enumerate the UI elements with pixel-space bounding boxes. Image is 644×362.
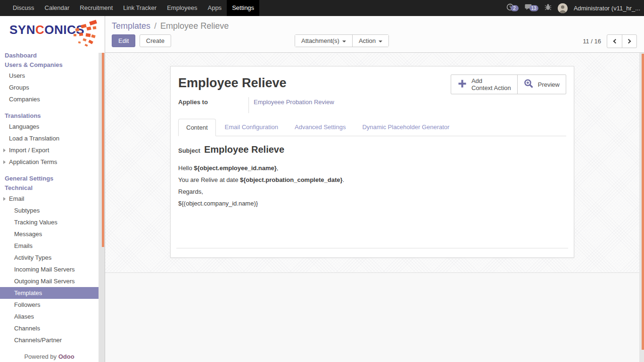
sidebar: SYNCONICS Dashboard Users & Companies Us <box>0 16 105 362</box>
subject-label: Subject <box>178 147 200 154</box>
chevron-left-icon <box>613 39 618 44</box>
sidebar-item-application-terms[interactable]: Application Terms <box>0 156 105 168</box>
attachment-action-group: Attachment(s) Action <box>295 34 389 47</box>
form-view-background: Employee Relieve AddContext Action Previ… <box>105 53 644 272</box>
sidebar-item-messages[interactable]: Messages <box>0 228 105 240</box>
logo-text-accent: C <box>35 23 44 37</box>
toolbar-buttons-row: Edit Create Attachment(s) Action 11 / 16 <box>112 34 644 48</box>
chevron-down-icon <box>379 41 382 42</box>
sidebar-item-users[interactable]: Users <box>0 70 105 82</box>
bug-icon <box>545 3 552 13</box>
pager-next-button[interactable] <box>622 35 636 48</box>
top-menu-link-tracker[interactable]: Link Tracker <box>118 0 162 16</box>
tab-content[interactable]: Content <box>178 119 216 136</box>
sidebar-item-load-translation[interactable]: Load a Translation <box>0 132 105 144</box>
sidebar-item-incoming-mail-servers[interactable]: Incoming Mail Servers <box>0 263 105 275</box>
sheet-divider <box>176 248 568 248</box>
expand-arrow-icon <box>3 160 6 164</box>
sidebar-item-import-export[interactable]: Import / Export <box>0 144 105 156</box>
sidebar-item-activity-types[interactable]: Activity Types <box>0 252 105 263</box>
preview-button[interactable]: Preview <box>517 75 566 94</box>
add-context-action-button[interactable]: AddContext Action <box>451 75 517 94</box>
body-line: Regards, <box>178 186 566 197</box>
sidebar-item-followers[interactable]: Followers <box>0 299 105 311</box>
main-scrollbar-thumb[interactable] <box>642 54 644 350</box>
sidebar-item-emails[interactable]: Emails <box>0 240 105 252</box>
pager-count: 11 / 16 <box>583 38 601 45</box>
sidebar-item-outgoing-mail-servers[interactable]: Outgoing Mail Servers <box>0 275 105 287</box>
pager-previous-button[interactable] <box>607 35 622 48</box>
applies-to-label: Applies to <box>178 97 248 113</box>
company-logo[interactable]: SYNCONICS <box>0 16 105 49</box>
edit-button[interactable]: Edit <box>112 34 135 47</box>
sidebar-item-languages[interactable]: Languages <box>0 121 105 132</box>
plus-icon <box>457 79 467 90</box>
notebook-tabs: Content Email Configuration Advanced Set… <box>178 119 566 136</box>
body-line: You are Relive at date ${object.probatio… <box>178 174 566 186</box>
create-button[interactable]: Create <box>140 34 171 47</box>
sidebar-item-general-settings[interactable]: General Settings <box>0 174 105 183</box>
below-sheet-area <box>105 272 644 362</box>
sidebar-item-aliases[interactable]: Aliases <box>0 311 105 322</box>
pager-buttons <box>607 34 637 48</box>
breadcrumb-separator: / <box>153 21 158 31</box>
messages-menu[interactable]: 13 <box>525 4 538 13</box>
chevron-down-icon <box>342 41 346 42</box>
sidebar-header-technical[interactable]: Technical <box>0 183 105 193</box>
systray: 2 13 Administrator (v11_hr_... <box>506 0 641 16</box>
subject-field: Subject Employee Relieve <box>178 144 566 155</box>
tab-email-configuration[interactable]: Email Configuration <box>217 119 286 136</box>
sidebar-item-subtypes[interactable]: Subtypes <box>0 205 105 216</box>
app-window: Discuss Calendar Recruitment Link Tracke… <box>0 0 644 362</box>
body-line: ${(object.company_id.name)} <box>178 197 566 209</box>
main-content: Templates / Employee Relieve Edit Create… <box>105 16 644 362</box>
activity-badge: 2 <box>511 5 519 11</box>
debug-menu[interactable] <box>545 3 552 13</box>
sidebar-menu: Dashboard Users & Companies Users Groups… <box>0 51 105 346</box>
sidebar-header-translations[interactable]: Translations <box>0 111 105 121</box>
sidebar-scrollbar-thumb[interactable] <box>102 53 104 247</box>
top-menu-recruitment[interactable]: Recruitment <box>74 0 118 16</box>
user-avatar[interactable] <box>558 3 568 13</box>
breadcrumb-templates-link[interactable]: Templates <box>112 21 150 31</box>
logo-swoosh <box>71 21 98 48</box>
pager: 11 / 16 <box>583 34 637 48</box>
powered-by-odoo[interactable]: Powered by Odoo <box>0 353 99 360</box>
expand-arrow-icon <box>3 148 6 152</box>
top-menu-discuss[interactable]: Discuss <box>8 0 40 16</box>
body-line: Hello ${object.employee_id.name}, <box>178 162 566 174</box>
zoom-preview-icon <box>524 79 534 90</box>
sidebar-item-channels[interactable]: Channels <box>0 322 105 334</box>
sidebar-header-users-companies[interactable]: Users & Companies <box>0 60 105 70</box>
top-menu-settings[interactable]: Settings <box>227 0 259 16</box>
applies-to-value-link[interactable]: Employeee Probation Review <box>248 97 334 113</box>
logo-text-part1: SYN <box>9 23 35 37</box>
sidebar-item-dashboard[interactable]: Dashboard <box>0 51 105 60</box>
top-navbar: Discuss Calendar Recruitment Link Tracke… <box>0 0 644 16</box>
chevron-right-icon <box>627 39 631 44</box>
sidebar-item-companies[interactable]: Companies <box>0 93 105 105</box>
expand-arrow-icon <box>3 197 6 201</box>
breadcrumb: Templates / Employee Relieve <box>112 16 644 31</box>
sidebar-item-email[interactable]: Email <box>0 193 105 205</box>
user-menu-label[interactable]: Administrator (v11_hr_... <box>574 5 640 12</box>
sidebar-item-groups[interactable]: Groups <box>0 82 105 93</box>
top-menu-apps[interactable]: Apps <box>202 0 227 16</box>
breadcrumb-current: Employee Relieve <box>160 21 229 31</box>
subject-value: Employee Relieve <box>204 144 284 155</box>
sidebar-item-templates[interactable]: Templates <box>0 287 105 299</box>
messages-badge: 13 <box>529 5 538 11</box>
activity-menu[interactable]: 2 <box>506 3 519 13</box>
tab-dynamic-placeholder-generator[interactable]: Dynamic Placeholder Generator <box>355 119 457 136</box>
sidebar-item-channels-partner[interactable]: Channels/Partner <box>0 334 105 346</box>
odoo-brand: Odoo <box>58 353 74 360</box>
sidebar-item-tracking-values[interactable]: Tracking Values <box>0 216 105 228</box>
top-menu-employees[interactable]: Employees <box>162 0 202 16</box>
top-menu-calendar[interactable]: Calendar <box>40 0 75 16</box>
tab-advanced-settings[interactable]: Advanced Settings <box>287 119 353 136</box>
control-panel: Templates / Employee Relieve Edit Create… <box>105 16 644 53</box>
sheet-header-buttons: AddContext Action Preview <box>451 74 566 94</box>
action-dropdown-button[interactable]: Action <box>352 35 388 47</box>
attachments-dropdown-button[interactable]: Attachment(s) <box>295 35 352 47</box>
applies-to-field: Applies to Employeee Probation Review <box>178 97 566 113</box>
